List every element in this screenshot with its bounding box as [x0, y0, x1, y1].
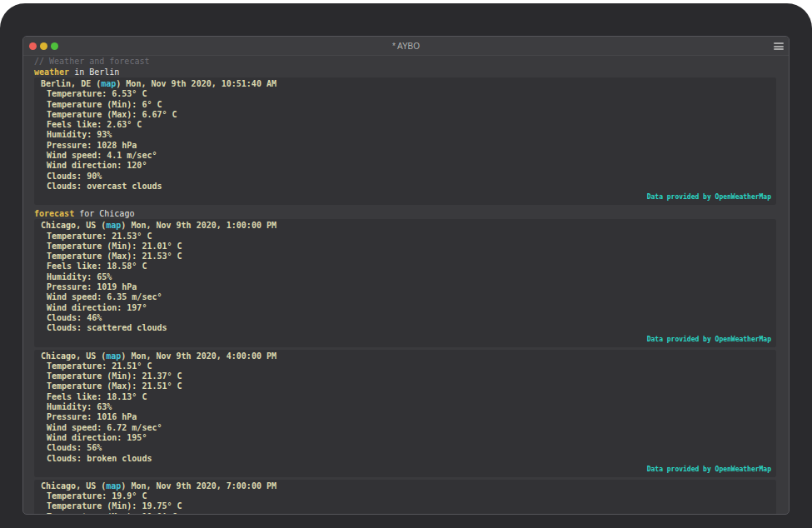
weather-command-line: weather in Berlin: [34, 67, 777, 77]
weather-detail-line: Temperature (Min): 6° C: [34, 100, 776, 110]
forecast-keyword: forecast: [34, 209, 74, 218]
weather-detail-line: Humidity: 93%: [34, 130, 776, 140]
weather-detail-line: Clouds: 90%: [34, 172, 776, 182]
weather-detail-line: Clouds: 46%: [34, 313, 776, 323]
weather-card-header: Berlin, DE (map) Mon, Nov 9th 2020, 10:5…: [34, 79, 776, 89]
weather-detail-line: Temperature (Max): 21.53° C: [34, 252, 776, 262]
weather-command-args: in Berlin: [69, 67, 119, 77]
card-location: Berlin, DE (: [41, 79, 101, 88]
comment-line: // Weather and forecast: [34, 56, 777, 67]
weather-detail-line: Feels like: 18.13° C: [34, 392, 776, 402]
forecast-card-chicago-2: Chicago, US (map) Mon, Nov 9th 2020, 4:0…: [34, 350, 776, 477]
forecast-command-line: forecast for Chicago: [34, 208, 777, 219]
card-location: Chicago, US (: [41, 351, 106, 361]
weather-detail-line: Pressure: 1028 hPa: [34, 141, 776, 151]
weather-detail-line: Temperature: 21.53° C: [34, 232, 776, 242]
window-titlebar[interactable]: * AYBO: [23, 37, 789, 56]
weather-detail-line: Pressure: 1019 hPa: [34, 282, 776, 292]
weather-detail-line: Temperature (Max): 21.51° C: [34, 381, 776, 391]
weather-detail-line: Temperature (Min): 19.75° C: [34, 501, 776, 511]
weather-detail-line: Clouds: scattered clouds: [34, 323, 776, 333]
openweathermap-attribution-link[interactable]: Data provided by OpenWeatherMap: [34, 465, 776, 475]
weather-detail-line: Temperature: 21.51° C: [34, 361, 776, 371]
weather-detail-line: Temperature: 6.53° C: [34, 89, 776, 99]
weather-detail-line: Pressure: 1016 hPa: [34, 412, 776, 422]
weather-detail-line: Wind speed: 6.35 m/sec°: [34, 292, 776, 302]
weather-detail-line: Temperature (Min): 21.01° C: [34, 242, 776, 252]
hamburger-menu-icon[interactable]: [774, 42, 784, 51]
weather-detail-line: Feels like: 18.58° C: [34, 262, 776, 271]
weather-detail-line: Clouds: 56%: [34, 443, 776, 453]
card-location: Chicago, US (: [41, 481, 106, 491]
map-link[interactable]: map: [106, 221, 121, 230]
weather-detail-line: Clouds: broken clouds: [34, 454, 776, 464]
weather-detail-line: Temperature: 19.9° C: [34, 491, 776, 501]
weather-detail-line: Temperature (Max): 19.9° C: [34, 512, 776, 515]
weather-detail-line: Wind direction: 195°: [34, 433, 776, 443]
aybo-app-window: * AYBO // Weather and forecast weather i…: [22, 36, 790, 515]
card-datetime: ) Mon, Nov 9th 2020, 10:51:40 AM: [116, 79, 276, 88]
editor-content-area[interactable]: // Weather and forecast weather in Berli…: [23, 56, 789, 515]
window-title: * AYBO: [23, 42, 789, 51]
weather-detail-line: Humidity: 65%: [34, 272, 776, 282]
weather-card-header: Chicago, US (map) Mon, Nov 9th 2020, 1:0…: [34, 221, 776, 231]
card-datetime: ) Mon, Nov 9th 2020, 4:00:00 PM: [121, 351, 276, 361]
openweathermap-attribution-link[interactable]: Data provided by OpenWeatherMap: [34, 192, 776, 202]
weather-card-header: Chicago, US (map) Mon, Nov 9th 2020, 4:0…: [34, 351, 776, 361]
weather-card-header: Chicago, US (map) Mon, Nov 9th 2020, 7:0…: [34, 481, 776, 491]
weather-detail-line: Wind direction: 120°: [34, 161, 776, 171]
weather-detail-line: Wind speed: 6.72 m/sec°: [34, 423, 776, 433]
weather-detail-line: Humidity: 63%: [34, 402, 776, 412]
map-link[interactable]: map: [101, 79, 116, 88]
weather-keyword: weather: [34, 67, 69, 77]
card-datetime: ) Mon, Nov 9th 2020, 7:00:00 PM: [121, 481, 276, 491]
map-link[interactable]: map: [106, 351, 121, 361]
card-datetime: ) Mon, Nov 9th 2020, 1:00:00 PM: [121, 221, 276, 230]
weather-detail-line: Wind speed: 4.1 m/sec°: [34, 151, 776, 161]
forecast-card-chicago-1: Chicago, US (map) Mon, Nov 9th 2020, 1:0…: [34, 219, 776, 346]
forecast-command-args: for Chicago: [74, 209, 134, 218]
openweathermap-attribution-link[interactable]: Data provided by OpenWeatherMap: [34, 335, 776, 345]
card-location: Chicago, US (: [41, 221, 106, 230]
weather-detail-line: Feels like: 2.63° C: [34, 120, 776, 130]
weather-card-berlin: Berlin, DE (map) Mon, Nov 9th 2020, 10:5…: [34, 77, 776, 205]
map-link[interactable]: map: [106, 481, 121, 491]
weather-detail-line: Wind direction: 197°: [34, 303, 776, 313]
weather-detail-line: Clouds: overcast clouds: [34, 182, 776, 192]
weather-detail-line: Temperature (Max): 6.67° C: [34, 110, 776, 120]
weather-detail-line: Temperature (Min): 21.37° C: [34, 371, 776, 381]
forecast-card-chicago-3: Chicago, US (map) Mon, Nov 9th 2020, 7:0…: [34, 480, 776, 515]
